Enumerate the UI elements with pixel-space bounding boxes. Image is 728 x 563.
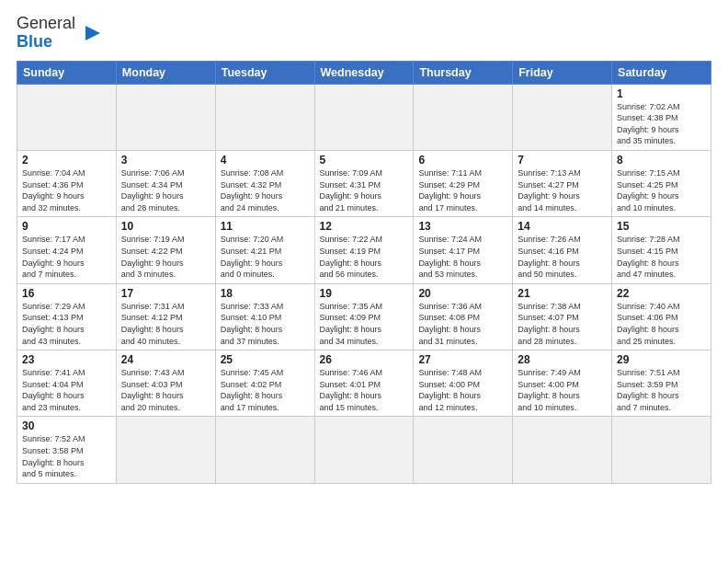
day-number: 22 [617,287,706,300]
calendar-cell [612,417,711,483]
day-number: 30 [22,419,111,432]
calendar-cell: 5Sunrise: 7:09 AM Sunset: 4:31 PM Daylig… [314,150,414,216]
day-number: 20 [418,287,507,300]
calendar-week-row: 16Sunrise: 7:29 AM Sunset: 4:13 PM Dayli… [17,283,711,350]
day-info: Sunrise: 7:28 AM Sunset: 4:15 PM Dayligh… [617,234,706,280]
logo-line2: Blue [17,33,75,52]
calendar-cell: 25Sunrise: 7:45 AM Sunset: 4:02 PM Dayli… [215,350,314,417]
day-info: Sunrise: 7:36 AM Sunset: 4:08 PM Dayligh… [418,301,507,347]
day-info: Sunrise: 7:48 AM Sunset: 4:00 PM Dayligh… [418,367,507,413]
calendar-cell [17,84,117,150]
calendar-cell: 10Sunrise: 7:19 AM Sunset: 4:22 PM Dayli… [116,217,215,283]
day-number: 10 [121,220,210,233]
day-info: Sunrise: 7:06 AM Sunset: 4:34 PM Dayligh… [121,167,210,213]
day-info: Sunrise: 7:38 AM Sunset: 4:07 PM Dayligh… [518,301,607,347]
day-info: Sunrise: 7:31 AM Sunset: 4:12 PM Dayligh… [121,301,210,347]
logo-line1: General [17,15,75,33]
day-number: 1 [617,87,706,100]
day-info: Sunrise: 7:41 AM Sunset: 4:04 PM Dayligh… [22,367,111,413]
day-number: 2 [22,154,111,167]
day-info: Sunrise: 7:51 AM Sunset: 3:59 PM Dayligh… [617,367,706,413]
calendar-cell [414,417,513,483]
day-info: Sunrise: 7:26 AM Sunset: 4:16 PM Dayligh… [518,234,607,280]
day-info: Sunrise: 7:22 AM Sunset: 4:19 PM Dayligh… [320,234,409,280]
calendar-cell: 26Sunrise: 7:46 AM Sunset: 4:01 PM Dayli… [314,350,414,417]
calendar-cell: 19Sunrise: 7:35 AM Sunset: 4:09 PM Dayli… [314,283,414,350]
calendar-page: General Blue SundayMondayTuesdayWednesda… [0,0,728,563]
weekday-header-sunday: Sunday [17,61,117,84]
calendar-week-row: 9Sunrise: 7:17 AM Sunset: 4:24 PM Daylig… [17,217,711,283]
calendar-cell: 29Sunrise: 7:51 AM Sunset: 3:59 PM Dayli… [612,350,711,417]
calendar-cell: 16Sunrise: 7:29 AM Sunset: 4:13 PM Dayli… [17,283,117,350]
day-number: 5 [320,154,409,167]
day-number: 19 [320,287,409,300]
day-number: 21 [518,287,607,300]
calendar-cell: 2Sunrise: 7:04 AM Sunset: 4:36 PM Daylig… [17,150,117,216]
calendar-table: SundayMondayTuesdayWednesdayThursdayFrid… [17,61,711,484]
calendar-cell: 15Sunrise: 7:28 AM Sunset: 4:15 PM Dayli… [612,217,711,283]
calendar-cell [314,417,414,483]
day-info: Sunrise: 7:35 AM Sunset: 4:09 PM Dayligh… [320,301,409,347]
day-number: 3 [121,154,210,167]
day-info: Sunrise: 7:20 AM Sunset: 4:21 PM Dayligh… [221,234,310,280]
day-info: Sunrise: 7:46 AM Sunset: 4:01 PM Dayligh… [320,367,409,413]
day-number: 27 [418,353,507,366]
calendar-week-row: 2Sunrise: 7:04 AM Sunset: 4:36 PM Daylig… [17,150,711,216]
day-info: Sunrise: 7:13 AM Sunset: 4:27 PM Dayligh… [518,167,607,213]
logo: General Blue [17,15,102,52]
day-info: Sunrise: 7:52 AM Sunset: 3:58 PM Dayligh… [22,433,111,479]
calendar-cell: 7Sunrise: 7:13 AM Sunset: 4:27 PM Daylig… [513,150,612,216]
calendar-cell: 17Sunrise: 7:31 AM Sunset: 4:12 PM Dayli… [116,283,215,350]
calendar-cell [215,84,314,150]
calendar-cell: 24Sunrise: 7:43 AM Sunset: 4:03 PM Dayli… [116,350,215,417]
calendar-cell: 27Sunrise: 7:48 AM Sunset: 4:00 PM Dayli… [414,350,513,417]
day-number: 15 [617,220,706,233]
day-number: 25 [221,353,310,366]
day-number: 17 [121,287,210,300]
day-info: Sunrise: 7:45 AM Sunset: 4:02 PM Dayligh… [221,367,310,413]
day-info: Sunrise: 7:19 AM Sunset: 4:22 PM Dayligh… [121,234,210,280]
day-info: Sunrise: 7:29 AM Sunset: 4:13 PM Dayligh… [22,301,111,347]
weekday-header-monday: Monday [116,61,215,84]
day-info: Sunrise: 7:33 AM Sunset: 4:10 PM Dayligh… [221,301,310,347]
weekday-header-saturday: Saturday [612,61,711,84]
day-info: Sunrise: 7:43 AM Sunset: 4:03 PM Dayligh… [121,367,210,413]
calendar-cell: 1Sunrise: 7:02 AM Sunset: 4:38 PM Daylig… [612,84,711,150]
calendar-cell: 4Sunrise: 7:08 AM Sunset: 4:32 PM Daylig… [215,150,314,216]
weekday-header-thursday: Thursday [414,61,513,84]
calendar-cell [116,84,215,150]
day-info: Sunrise: 7:40 AM Sunset: 4:06 PM Dayligh… [617,301,706,347]
calendar-cell: 11Sunrise: 7:20 AM Sunset: 4:21 PM Dayli… [215,217,314,283]
calendar-cell [414,84,513,150]
day-number: 7 [518,154,607,167]
day-number: 4 [221,154,310,167]
calendar-cell: 6Sunrise: 7:11 AM Sunset: 4:29 PM Daylig… [414,150,513,216]
calendar-week-row: 30Sunrise: 7:52 AM Sunset: 3:58 PM Dayli… [17,417,711,483]
day-number: 28 [518,353,607,366]
calendar-cell: 14Sunrise: 7:26 AM Sunset: 4:16 PM Dayli… [513,217,612,283]
calendar-header-row: SundayMondayTuesdayWednesdayThursdayFrid… [17,61,711,84]
calendar-cell [215,417,314,483]
calendar-week-row: 23Sunrise: 7:41 AM Sunset: 4:04 PM Dayli… [17,350,711,417]
page-header: General Blue [17,15,711,52]
day-number: 26 [320,353,409,366]
day-info: Sunrise: 7:15 AM Sunset: 4:25 PM Dayligh… [617,167,706,213]
day-number: 16 [22,287,111,300]
calendar-week-row: 1Sunrise: 7:02 AM Sunset: 4:38 PM Daylig… [17,84,711,150]
day-number: 11 [221,220,310,233]
calendar-cell [513,84,612,150]
day-info: Sunrise: 7:04 AM Sunset: 4:36 PM Dayligh… [22,167,111,213]
calendar-cell: 21Sunrise: 7:38 AM Sunset: 4:07 PM Dayli… [513,283,612,350]
day-number: 12 [320,220,409,233]
day-number: 9 [22,220,111,233]
calendar-cell: 20Sunrise: 7:36 AM Sunset: 4:08 PM Dayli… [414,283,513,350]
weekday-header-wednesday: Wednesday [314,61,414,84]
day-info: Sunrise: 7:17 AM Sunset: 4:24 PM Dayligh… [22,234,111,280]
day-number: 6 [418,154,507,167]
day-info: Sunrise: 7:24 AM Sunset: 4:17 PM Dayligh… [418,234,507,280]
day-number: 29 [617,353,706,366]
calendar-cell: 8Sunrise: 7:15 AM Sunset: 4:25 PM Daylig… [612,150,711,216]
calendar-cell [314,84,414,150]
weekday-header-tuesday: Tuesday [215,61,314,84]
day-info: Sunrise: 7:11 AM Sunset: 4:29 PM Dayligh… [418,167,507,213]
